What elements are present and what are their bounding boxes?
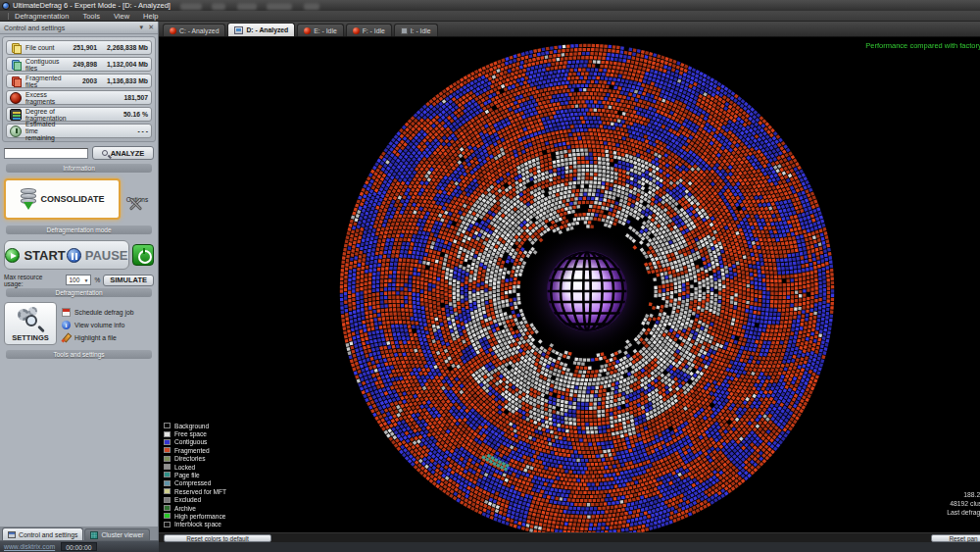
tab-control-and-settings[interactable]: Control and settings — [2, 527, 83, 540]
fragmented-files-icon — [10, 75, 22, 87]
stat-value: 249,898 — [64, 61, 97, 68]
legend-swatch[interactable] — [164, 439, 171, 445]
options-button[interactable]: Options — [121, 196, 154, 203]
analyze-label: ANALYZE — [111, 149, 145, 158]
stat-size: 1,132,004 Mb — [97, 61, 148, 68]
legend-swatch[interactable] — [164, 423, 171, 428]
close-icon[interactable]: ✕ — [148, 24, 154, 31]
calendar-icon — [62, 308, 71, 317]
excess-fragments-icon — [10, 92, 22, 104]
last-defrag-text: Last defragg — [947, 508, 980, 517]
drive-tab-d[interactable]: D: - Analyzed — [227, 23, 295, 36]
drive-red-icon — [353, 27, 360, 34]
search-icon — [102, 150, 108, 156]
stat-label: Excess fragments — [25, 91, 64, 105]
highlight-file-link[interactable]: Highlight a file — [62, 333, 154, 342]
highlighter-icon — [62, 333, 71, 342]
schedule-defrag-label: Schedule defrag job — [74, 309, 133, 316]
stat-label: Degree of fragmentation — [25, 108, 67, 122]
stat-size: - - - — [97, 127, 148, 134]
drive-red-icon — [170, 27, 176, 34]
legend-swatch[interactable] — [164, 472, 171, 477]
legend-swatch[interactable] — [164, 480, 171, 486]
drive-tab-label: D: - Analyzed — [246, 26, 288, 33]
analyze-button[interactable]: ANALYZE — [92, 146, 154, 160]
reset-pan-button[interactable]: Reset pan — [931, 534, 980, 542]
stat-size: 2,268,838 Mb — [97, 44, 148, 51]
tab-label: Cluster viewer — [101, 531, 143, 538]
file-filter-input[interactable] — [4, 148, 88, 159]
disk-visualization[interactable] — [159, 37, 980, 532]
menu-tools[interactable]: Tools — [82, 12, 100, 21]
drive-size-text: 188.25 — [947, 490, 980, 499]
legend-swatch[interactable] — [164, 513, 171, 519]
collapse-icon[interactable]: ▾ — [140, 24, 144, 31]
percent-label: % — [94, 276, 100, 283]
drive-tab-c[interactable]: C: - Analyzed — [163, 24, 225, 36]
consolidate-button[interactable]: CONSOLIDATE — [4, 178, 121, 220]
drive-gray-icon — [401, 27, 408, 34]
legend-item: Compressed — [164, 479, 226, 487]
pause-button[interactable]: PAUSE — [67, 248, 128, 263]
legend-item: Excluded — [164, 495, 226, 503]
chevron-down-icon: ▼ — [83, 277, 88, 283]
view-volume-info-link[interactable]: i View volume info — [62, 321, 154, 329]
cluster-grid-icon — [90, 531, 98, 539]
panel-header[interactable]: Control and settings ▾ ✕ — [0, 22, 158, 34]
statusbar: www.disktrix.com 00:00:00 — [0, 540, 159, 552]
legend-swatch[interactable] — [164, 488, 171, 494]
legend-item: Reserved for MFT — [164, 487, 226, 495]
drive-info-lines: 188.25 48192 clust Last defragg — [947, 490, 980, 517]
simulate-button[interactable]: SIMULATE — [103, 275, 154, 286]
simulate-label: SIMULATE — [110, 276, 147, 284]
settings-button[interactable]: SETTINGS — [4, 302, 57, 345]
stat-row-contiguous: Contiguous files 249,898 1,132,004 Mb — [6, 57, 152, 72]
legend-item: Background — [164, 422, 226, 429]
legend-item: Archive — [164, 504, 226, 512]
bottom-tabs: Control and settings Cluster viewer — [0, 527, 158, 540]
menu-view[interactable]: View — [114, 12, 129, 21]
schedule-defrag-link[interactable]: Schedule defrag job — [62, 308, 154, 317]
highlight-file-label: Highlight a file — [74, 334, 117, 341]
stat-row-file-count: File count 251,901 2,268,838 Mb — [6, 40, 152, 55]
pause-label: PAUSE — [85, 248, 128, 263]
menu-defragmentation[interactable]: Defragmentation — [15, 12, 69, 21]
resource-usage-select[interactable]: 100 ▼ — [66, 275, 91, 285]
drive-tab-label: F: - Idle — [363, 27, 385, 34]
drive-tab-e[interactable]: E: - Idle — [297, 24, 343, 36]
drive-tab-i[interactable]: I: - Idle — [394, 24, 438, 36]
power-button[interactable] — [132, 244, 154, 266]
legend-swatch[interactable] — [164, 497, 171, 503]
section-information: Information — [6, 164, 152, 173]
panel-icon — [8, 531, 16, 538]
stat-row-time-remaining: Estimated time remaining - - - — [6, 124, 152, 138]
menu-help[interactable]: Help — [143, 12, 158, 21]
titlebar: UltimateDefrag 6 - Expert Mode - [D: - A… — [0, 0, 980, 11]
legend-swatch[interactable] — [164, 431, 171, 437]
tab-cluster-viewer[interactable]: Cluster viewer — [84, 528, 149, 540]
legend-swatch[interactable] — [164, 447, 171, 453]
reset-colors-button[interactable]: Reset colors to default — [164, 534, 271, 542]
website-link[interactable]: www.disktrix.com — [4, 543, 55, 550]
gear-magnifier-icon — [16, 307, 45, 332]
stat-value: 2003 — [64, 77, 97, 84]
legend-swatch[interactable] — [164, 505, 171, 511]
legend-swatch[interactable] — [164, 464, 171, 470]
legend-item: Contiguous — [164, 438, 226, 446]
section-defrag-mode: Defragmentation mode — [6, 226, 152, 234]
play-icon — [5, 248, 20, 263]
file-count-icon — [10, 42, 22, 54]
start-button[interactable]: START — [5, 248, 65, 263]
power-icon — [143, 249, 145, 254]
drive-tab-f[interactable]: F: - Idle — [346, 24, 392, 36]
drive-red-icon — [304, 27, 311, 34]
legend-swatch[interactable] — [164, 522, 171, 527]
view-volume-info-label: View volume info — [74, 322, 124, 328]
legend-swatch[interactable] — [164, 456, 171, 462]
stat-label: Fragmented files — [25, 75, 64, 88]
section-tools: Tools and settings — [6, 350, 152, 359]
stat-row-degree: Degree of fragmentation 50.16 % — [6, 107, 152, 122]
stat-label: Estimated time remaining — [25, 121, 64, 141]
viewport-bottom-strip: Reset colors to default Reset pan — [159, 532, 980, 542]
max-resource-label: Max resource usage: — [4, 274, 63, 287]
